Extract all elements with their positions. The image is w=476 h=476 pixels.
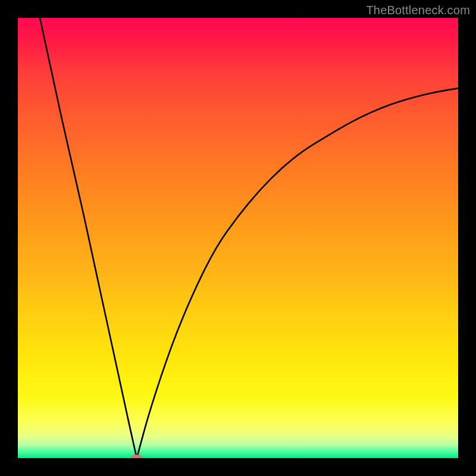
watermark-text: TheBottleneck.com xyxy=(366,4,470,17)
bottleneck-curve xyxy=(18,18,458,458)
plot-area xyxy=(18,18,458,458)
minimum-marker xyxy=(130,455,143,458)
curve-left-branch xyxy=(40,18,137,458)
chart-frame: TheBottleneck.com xyxy=(0,0,476,476)
curve-right-branch xyxy=(137,88,458,458)
